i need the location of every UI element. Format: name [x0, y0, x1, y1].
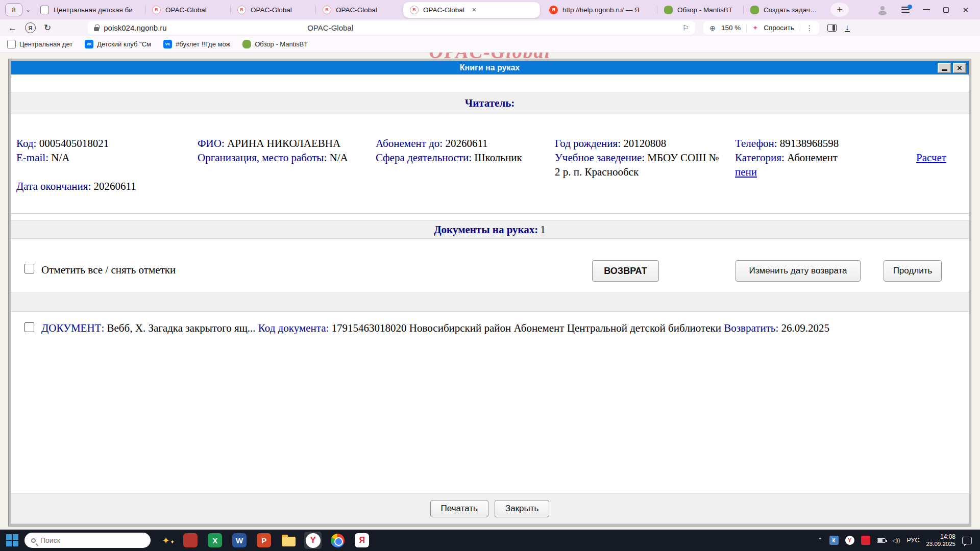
opac-icon: B	[323, 6, 331, 14]
speaker-icon[interactable]: ◁))	[892, 537, 900, 544]
url-field[interactable]: poisk024.ngonb.ru OPAC-Global ⚐	[88, 21, 695, 35]
yandex-app-icon[interactable]: Я	[353, 532, 371, 549]
change-return-date-button[interactable]: Изменить дату возврата	[736, 260, 861, 282]
tab-mantis-create[interactable]: Создать задачу - Mantis	[744, 0, 825, 19]
select-all-checkbox[interactable]	[24, 264, 34, 273]
powerpoint-icon[interactable]: P	[255, 532, 273, 549]
bookmark-vk-booklet[interactable]: VK #буклет !!Где мож	[163, 40, 230, 48]
opac-icon: B	[237, 6, 246, 14]
print-button[interactable]: Печатать	[430, 500, 488, 517]
bookmark-flag-icon[interactable]: ⚐	[682, 23, 689, 33]
reader-field-activity: Сфера деятельности: Школьник	[376, 151, 553, 165]
widgets-sparkle-icon[interactable]: ✦✦	[162, 535, 175, 546]
mantis-icon	[242, 40, 251, 48]
dialog-minimize-button[interactable]	[938, 63, 951, 73]
yandex-tray-icon[interactable]: Y	[845, 536, 854, 545]
vk-icon: VK	[85, 40, 93, 48]
yandex-home-icon[interactable]: Я	[25, 22, 36, 33]
section-divider	[11, 213, 969, 214]
mantis-icon	[664, 6, 673, 14]
word-icon[interactable]: W	[231, 532, 248, 549]
more-options-icon[interactable]: ⋮	[806, 24, 813, 32]
reader-field-name: ФИО: АРИНА НИКОЛАЕВНА	[198, 136, 374, 151]
tray-expand-icon[interactable]: ⌃	[818, 537, 823, 544]
url-text[interactable]: poisk024.ngonb.ru	[104, 23, 166, 32]
minimize-icon	[942, 69, 947, 71]
opac-icon: B	[410, 6, 419, 14]
bookmark-library[interactable]: Центральная дет	[7, 40, 72, 48]
search-icon	[31, 538, 36, 543]
excel-icon[interactable]: X	[206, 532, 224, 549]
tab-help-ngonb[interactable]: Я http://help.ngonb.ru/ — Я	[543, 0, 657, 19]
document-code-value: 17915463018020 Новосибирский район Абоне…	[332, 322, 721, 334]
tab-opac-active[interactable]: B OPAC-Global ×	[403, 2, 540, 18]
taskbar-search[interactable]: Поиск	[24, 533, 151, 548]
dialog-content: Читатель: Код: 0005405018021 E-mail: N/A…	[11, 74, 969, 524]
tab-opac-2[interactable]: B OPAC-Global	[231, 0, 315, 19]
dialog-close-button[interactable]: ✕	[953, 63, 966, 73]
mantis-icon	[750, 6, 759, 14]
download-icon[interactable]: ↓	[845, 24, 850, 32]
battery-icon[interactable]	[877, 538, 886, 543]
reader-field-subscription: Абонемент до: 20260611	[376, 136, 553, 151]
tab-mantis-overview[interactable]: Обзор - MantisBT	[657, 0, 743, 19]
window-close-icon[interactable]: ✕	[962, 6, 969, 14]
close-button[interactable]: Закрыть	[495, 500, 549, 517]
reader-field-email: E-mail: N/A	[16, 151, 195, 165]
prolong-button[interactable]: Продлить	[884, 260, 942, 282]
tab-opac-1[interactable]: B OPAC-Global	[145, 0, 230, 19]
divider	[746, 24, 747, 32]
reader-field-organization: Организация, место работы: N/A	[198, 151, 374, 165]
window-minimize-icon[interactable]	[923, 9, 930, 10]
spacer	[16, 165, 195, 179]
bookmark-vk-club[interactable]: VK Детский клуб "См	[85, 40, 151, 48]
ask-button[interactable]: Спросить	[764, 24, 794, 32]
start-button[interactable]	[6, 534, 18, 546]
browser-menu-icon[interactable]	[901, 7, 910, 13]
chrome-icon[interactable]	[329, 532, 346, 549]
documents-header: Документы на руках:	[434, 223, 538, 236]
system-tray: ⌃ К Y ◁)) РУС 14:08 23.09.2025	[818, 533, 980, 547]
ask-sparkle-icon: ✦	[752, 24, 758, 32]
browser-tools: ⊕ 150 % ✦ Спросить ⋮	[703, 21, 819, 35]
bookmark-mantis[interactable]: Обзор - MantisBT	[242, 40, 308, 48]
tab-count-button[interactable]: 8	[5, 3, 22, 16]
peni-link[interactable]: пени	[735, 166, 757, 178]
raschet-link[interactable]: Расчет	[916, 152, 946, 164]
document-label[interactable]: ДОКУМЕНТ:	[41, 322, 104, 334]
language-indicator[interactable]: РУС	[906, 537, 919, 544]
window-restore-icon[interactable]	[943, 7, 949, 13]
app-red-icon[interactable]	[182, 532, 199, 549]
notifications-icon[interactable]	[962, 537, 972, 544]
tab-opac-3[interactable]: B OPAC-Global	[316, 0, 401, 19]
select-all-label: Отметить все / снять отметки	[41, 264, 176, 277]
refresh-icon[interactable]: ↻	[44, 22, 51, 33]
tab-close-icon[interactable]: ×	[472, 6, 476, 14]
profile-avatar[interactable]	[877, 4, 888, 15]
file-explorer-icon[interactable]	[280, 532, 297, 549]
notification-dot	[908, 5, 912, 9]
zoom-icon[interactable]: ⊕	[709, 24, 716, 32]
red-tray-icon[interactable]	[861, 536, 870, 545]
vk-icon: VK	[163, 40, 172, 48]
lock-icon[interactable]	[94, 27, 99, 31]
reader-col-5: Телефон: 89138968598 Категория: Абонемен…	[735, 136, 864, 179]
document-checkbox[interactable]	[24, 322, 34, 332]
zoom-level[interactable]: 150 %	[721, 24, 741, 32]
clock[interactable]: 14:08 23.09.2025	[926, 533, 955, 547]
document-title: Вебб, Х. Загадка закрытого ящ...	[107, 322, 256, 334]
reader-header: Читатель:	[465, 97, 515, 110]
return-button[interactable]: ВОЗВРАТ	[592, 260, 659, 282]
time: 14:08	[926, 533, 955, 540]
back-icon[interactable]: ←	[8, 23, 17, 33]
tab-library-site[interactable]: Центральная детская би	[34, 0, 145, 19]
side-panel-icon[interactable]	[827, 24, 837, 32]
search-placeholder: Поиск	[40, 536, 60, 544]
new-tab-button[interactable]: +	[830, 3, 849, 17]
divider	[800, 24, 800, 32]
vk-tray-icon[interactable]: К	[829, 536, 839, 545]
yandex-browser-icon[interactable]: Y	[304, 532, 322, 549]
tab-list-chevron-icon[interactable]: ⌄	[22, 6, 34, 13]
dialog-title-bar[interactable]: Книги на руках ✕	[11, 61, 969, 74]
reader-col-3: Абонемент до: 20260611 Сфера деятельност…	[376, 136, 553, 165]
